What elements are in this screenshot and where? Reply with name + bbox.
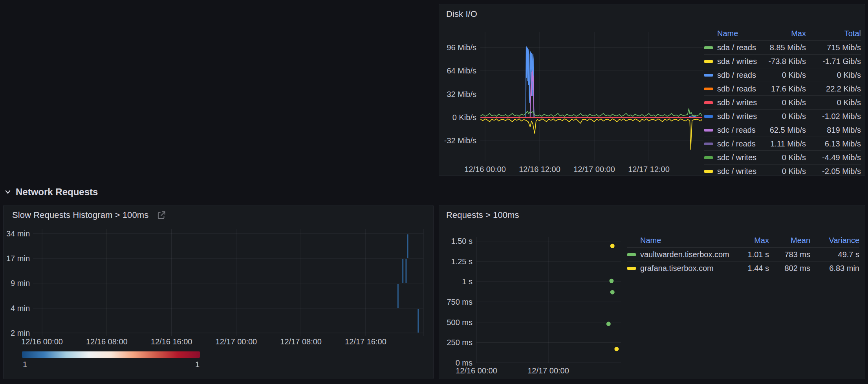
svg-text:12/16 08:00: 12/16 08:00 xyxy=(86,337,128,346)
svg-text:750 ms: 750 ms xyxy=(447,298,472,306)
disk-legend-row: sdb / writes 0 Kib/s 0 Kib/s xyxy=(704,95,861,109)
series-max-value: 62.5 Mib/s xyxy=(757,126,806,135)
disk-legend-row: sda / reads 8.85 Mib/s 715 Mib/s xyxy=(704,40,861,54)
series-variance-value: 49.7 s xyxy=(810,250,859,259)
svg-text:12/17 00:00: 12/17 00:00 xyxy=(573,165,615,174)
section-title[interactable]: Network Requests xyxy=(16,187,98,197)
series-total-value: 0 Kib/s xyxy=(806,71,861,80)
series-max-value: 1.44 s xyxy=(732,264,769,273)
series-name[interactable]: sda / writes xyxy=(717,57,757,66)
legend-header-total[interactable]: Total xyxy=(806,29,861,38)
svg-text:250 ms: 250 ms xyxy=(447,338,472,347)
series-mean-value: 802 ms xyxy=(769,264,810,273)
series-name[interactable]: sdb / reads xyxy=(717,71,757,80)
series-color-marker xyxy=(704,101,717,104)
series-total-value: -1.02 Mib/s xyxy=(806,112,861,121)
series-max-value: 17.6 Kib/s xyxy=(757,84,806,93)
series-color-marker xyxy=(704,129,717,132)
svg-text:1.25 s: 1.25 s xyxy=(451,257,472,266)
series-total-value: -1.71 Gib/s xyxy=(806,57,861,66)
svg-text:4 min: 4 min xyxy=(11,304,30,313)
series-total-value: -2.05 Mib/s xyxy=(806,167,861,176)
series-name[interactable]: sdb / writes xyxy=(717,112,757,121)
series-color-marker xyxy=(704,115,717,118)
series-color-marker xyxy=(704,74,717,77)
series-name[interactable]: sdc / writes xyxy=(717,167,757,176)
panel-requests: Requests > 100ms 1.50 s1.25 s1 s750 ms50… xyxy=(439,205,865,379)
legend-header-max[interactable]: Max xyxy=(757,29,806,38)
series-color-marker xyxy=(627,267,640,270)
series-color-marker xyxy=(704,88,717,90)
svg-text:0 Kib/s: 0 Kib/s xyxy=(452,113,476,122)
svg-text:12/16 16:00: 12/16 16:00 xyxy=(151,337,192,346)
series-total-value: 819 Mib/s xyxy=(806,126,861,135)
section-network-requests[interactable]: Network Requests xyxy=(4,185,98,199)
series-max-value: 0 Kib/s xyxy=(757,112,806,121)
heatmap-color-scale xyxy=(22,351,200,358)
series-variance-value: 6.83 min xyxy=(810,264,859,273)
series-name[interactable]: sdb / reads xyxy=(717,84,757,93)
series-color-marker xyxy=(627,253,640,256)
series-max-value: 1.11 Mib/s xyxy=(757,139,806,148)
series-name[interactable]: vaultwarden.tiserbox.com xyxy=(640,250,732,259)
panel-slow-requests-histogram: Slow Requests Histogram > 100ms 34 min17… xyxy=(3,205,434,379)
legend-header-variance[interactable]: Variance xyxy=(810,236,859,245)
series-max-value: 0 Kib/s xyxy=(757,71,806,80)
series-name[interactable]: sdb / writes xyxy=(717,98,757,107)
series-max-value: 1.01 s xyxy=(732,250,769,259)
series-max-value: 0 Kib/s xyxy=(757,153,806,162)
series-name[interactable]: grafana.tiserbox.com xyxy=(640,264,732,273)
disk-legend-row: sdc / reads 1.11 Mib/s 6.13 Mib/s xyxy=(704,137,861,150)
svg-text:12/16 00:00: 12/16 00:00 xyxy=(21,337,63,346)
svg-text:32 Mib/s: 32 Mib/s xyxy=(447,90,476,99)
legend-header-name[interactable]: Name xyxy=(717,29,757,38)
series-max-value: 0 Kib/s xyxy=(757,98,806,107)
svg-text:12/17 08:00: 12/17 08:00 xyxy=(280,337,322,346)
series-max-value: -73.8 Kib/s xyxy=(757,57,806,66)
svg-text:2 min: 2 min xyxy=(11,329,30,337)
svg-text:-32 Mib/s: -32 Mib/s xyxy=(444,136,476,145)
series-color-marker xyxy=(704,60,717,63)
series-color-marker xyxy=(704,46,717,49)
disk-legend-row: sdb / reads 0 Kib/s 0 Kib/s xyxy=(704,68,861,82)
series-name[interactable]: sda / reads xyxy=(717,43,757,52)
svg-text:64 Mib/s: 64 Mib/s xyxy=(447,66,476,75)
legend-header-name[interactable]: Name xyxy=(640,236,732,245)
disk-legend-row: sdc / writes 0 Kib/s -2.05 Mib/s xyxy=(704,164,861,176)
panel-disk-io: Disk I/O 96 Mib/s64 Mib/s32 Mib/s0 Kib/s… xyxy=(439,4,865,176)
series-max-value: 0 Kib/s xyxy=(757,167,806,176)
series-name[interactable]: sdc / reads xyxy=(717,139,757,148)
svg-text:12/17 00:00: 12/17 00:00 xyxy=(527,366,569,375)
series-name[interactable]: sdc / writes xyxy=(717,153,757,162)
requests-legend-row: grafana.tiserbox.com 1.44 s 802 ms 6.83 … xyxy=(627,261,859,275)
series-total-value: 6.13 Mib/s xyxy=(806,139,861,148)
svg-text:12/16 00:00: 12/16 00:00 xyxy=(456,366,497,375)
series-name[interactable]: sdc / reads xyxy=(717,126,757,135)
svg-text:1 s: 1 s xyxy=(462,277,472,286)
chevron-down-icon[interactable] xyxy=(4,188,12,196)
disk-legend-row: sda / writes -73.8 Kib/s -1.71 Gib/s xyxy=(704,54,861,68)
color-scale-max: 1 xyxy=(195,360,200,369)
svg-text:17 min: 17 min xyxy=(6,254,30,263)
legend-header-mean[interactable]: Mean xyxy=(769,236,810,245)
svg-text:34 min: 34 min xyxy=(6,229,30,238)
disk-legend-row: sdc / writes 0 Kib/s -4.49 Mib/s xyxy=(704,150,861,164)
svg-text:12/17 12:00: 12/17 12:00 xyxy=(628,165,670,174)
grafana-dashboard: Disk I/O 96 Mib/s64 Mib/s32 Mib/s0 Kib/s… xyxy=(0,0,868,384)
disk-legend-row: sdb / writes 0 Kib/s -1.02 Mib/s xyxy=(704,109,861,123)
svg-text:12/17 00:00: 12/17 00:00 xyxy=(216,337,257,346)
requests-legend-row: vaultwarden.tiserbox.com 1.01 s 783 ms 4… xyxy=(627,248,859,261)
disk-legend-table: Name Max Total sda / reads 8.85 Mib/s 71… xyxy=(704,26,861,176)
series-mean-value: 783 ms xyxy=(769,250,810,259)
svg-text:500 ms: 500 ms xyxy=(447,318,472,327)
requests-scatter-chart[interactable]: 1.50 s1.25 s1 s750 ms500 ms250 ms0 ms12/… xyxy=(439,205,865,379)
series-color-marker xyxy=(704,156,717,159)
svg-text:12/16 00:00: 12/16 00:00 xyxy=(464,165,506,174)
series-total-value: 715 Mib/s xyxy=(806,43,861,52)
requests-legend-header: Name Max Mean Variance xyxy=(627,234,859,248)
disk-legend-row: sdb / reads 17.6 Kib/s 22.2 Kib/s xyxy=(704,82,861,95)
color-scale-min: 1 xyxy=(23,360,27,369)
legend-header-max[interactable]: Max xyxy=(732,236,769,245)
disk-legend-header: Name Max Total xyxy=(704,26,861,40)
series-color-marker xyxy=(704,143,717,145)
